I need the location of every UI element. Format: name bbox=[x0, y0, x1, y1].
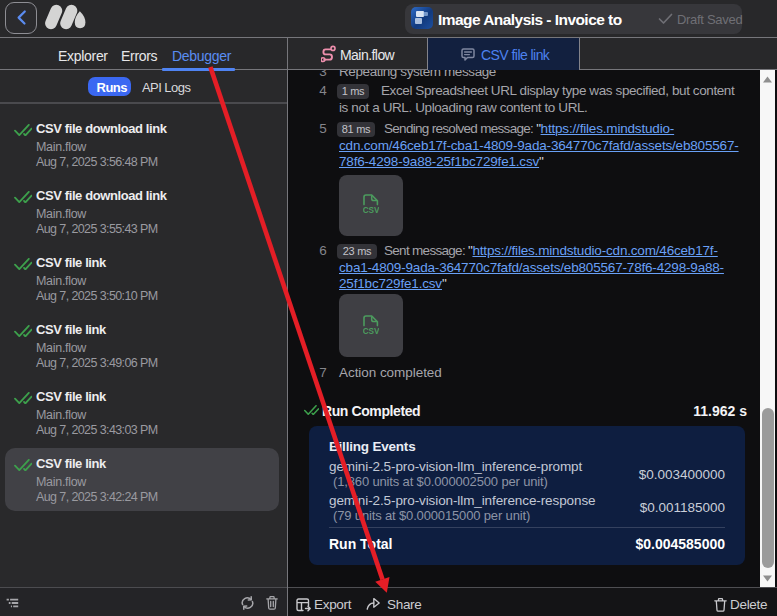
svg-text:CSV: CSV bbox=[363, 327, 379, 335]
svg-text:CSV: CSV bbox=[363, 206, 379, 214]
